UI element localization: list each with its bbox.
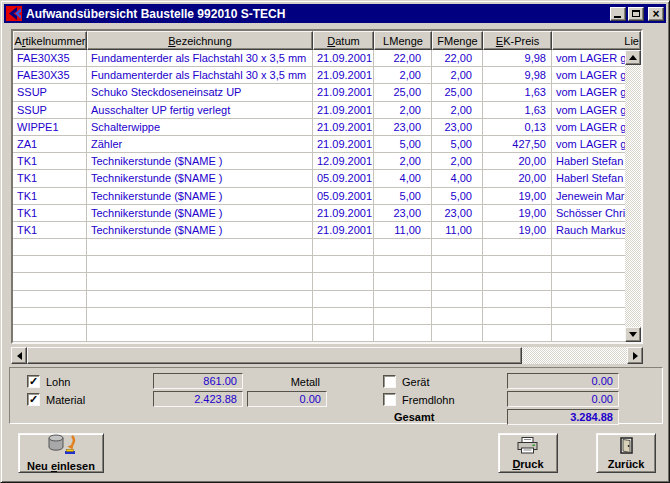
cell-ek_preis: 9,98 — [483, 67, 552, 84]
cell-lmenge: 23,00 — [374, 205, 432, 222]
scroll-right-button[interactable] — [627, 347, 643, 364]
totals-panel: ✓ Lohn 861.00 Metall ✓ Material 2.423.88… — [9, 367, 663, 424]
column-header-bezeichnung[interactable]: Bezeichnung — [87, 31, 313, 50]
cell-datum: 21.09.2001 — [313, 50, 374, 67]
close-icon: × — [652, 9, 659, 19]
druck-button[interactable]: Druck — [498, 433, 558, 473]
cell-ek_preis — [483, 273, 552, 290]
material-value-field: 2.423.88 — [153, 391, 243, 407]
table-row[interactable]: TK1Technikerstunde ($NAME )05.09.20014,0… — [13, 170, 625, 187]
cell-lieferant — [552, 239, 625, 256]
cell-bezeichnung: Technikerstunde ($NAME ) — [87, 170, 313, 187]
cell-lieferant: vom LAGER gelie — [552, 50, 625, 67]
window-title: Aufwandsübersicht Baustelle 992010 S-TEC… — [26, 7, 608, 21]
scroll-down-button[interactable] — [625, 327, 641, 342]
cell-ek_preis: 1,63 — [483, 102, 552, 119]
table-row[interactable]: TK1Technikerstunde ($NAME )21.09.200111,… — [13, 222, 625, 239]
horizontal-scrollbar-thumb[interactable] — [27, 347, 522, 364]
column-header-fmenge[interactable]: FMenge — [432, 31, 483, 50]
column-header-lieferant[interactable]: Lie — [552, 31, 641, 50]
fremdlohn-value-field: 0.00 — [507, 391, 619, 407]
cell-lieferant — [552, 256, 625, 273]
gesamt-label: Gesamt — [394, 411, 434, 423]
cell-artikelnummer: TK1 — [13, 188, 87, 205]
cell-fmenge — [432, 291, 483, 308]
cell-artikelnummer — [13, 256, 87, 273]
cell-lmenge: 5,00 — [374, 136, 432, 153]
cell-ek_preis — [483, 308, 552, 325]
cell-artikelnummer — [13, 291, 87, 308]
table-row[interactable]: FAE30X35Fundamenterder als Flachstahl 30… — [13, 50, 625, 67]
cell-artikelnummer: ZA1 — [13, 136, 87, 153]
zurueck-button[interactable]: Zurück — [596, 433, 656, 473]
minimize-icon — [614, 16, 621, 18]
geraet-checkbox[interactable] — [383, 375, 396, 388]
cell-ek_preis — [483, 325, 552, 342]
table-row[interactable]: WIPPE1Schalterwippe21.09.200123,0023,000… — [13, 119, 625, 136]
column-header-datum[interactable]: Datum — [313, 31, 374, 50]
cell-ek_preis: 19,00 — [483, 188, 552, 205]
fremdlohn-label: Fremdlohn — [402, 394, 455, 406]
titlebar[interactable]: Aufwandsübersicht Baustelle 992010 S-TEC… — [4, 4, 666, 23]
database-import-icon — [46, 434, 76, 458]
arrow-up-icon — [629, 55, 637, 60]
cell-bezeichnung: Technikerstunde ($NAME ) — [87, 153, 313, 170]
column-header-artikelnummer[interactable]: Artikelnummer — [13, 31, 87, 50]
arrow-right-icon — [633, 352, 638, 360]
table-row[interactable]: SSUPSchuko Steckdoseneinsatz UP21.09.200… — [13, 84, 625, 101]
cell-lieferant — [552, 325, 625, 342]
vertical-scrollbar-track[interactable] — [625, 65, 641, 327]
app-logo-icon — [6, 6, 22, 21]
cell-fmenge: 25,00 — [432, 84, 483, 101]
table-row[interactable]: TK1Technikerstunde ($NAME )05.09.20015,0… — [13, 188, 625, 205]
cell-datum — [313, 291, 374, 308]
cell-artikelnummer: SSUP — [13, 102, 87, 119]
cell-fmenge — [432, 239, 483, 256]
cell-fmenge — [432, 325, 483, 342]
cell-fmenge — [432, 273, 483, 290]
table-row[interactable]: TK1Technikerstunde ($NAME )21.09.200123,… — [13, 205, 625, 222]
printer-icon — [517, 437, 539, 456]
column-header-ek-preis[interactable]: EK-Preis — [483, 31, 552, 50]
cell-bezeichnung: Schuko Steckdoseneinsatz UP — [87, 84, 313, 101]
cell-datum — [313, 239, 374, 256]
neu-einlesen-button[interactable]: Neu einlesen — [18, 433, 104, 473]
cell-bezeichnung — [87, 273, 313, 290]
cell-fmenge: 2,00 — [432, 102, 483, 119]
cell-lmenge: 4,00 — [374, 170, 432, 187]
material-label: Material — [46, 394, 85, 406]
table-row — [13, 256, 625, 273]
horizontal-scrollbar[interactable] — [11, 347, 643, 364]
cell-artikelnummer: TK1 — [13, 170, 87, 187]
column-header-lmenge[interactable]: LMenge — [374, 31, 432, 50]
table-row[interactable]: TK1Technikerstunde ($NAME )12.09.20012,0… — [13, 153, 625, 170]
lohn-value-field: 861.00 — [153, 373, 243, 389]
fremdlohn-checkbox[interactable] — [383, 393, 396, 406]
lohn-checkbox[interactable]: ✓ — [27, 375, 40, 388]
vertical-scrollbar[interactable] — [625, 50, 641, 342]
table-row[interactable]: SSUPAusschalter UP fertig verlegt21.09.2… — [13, 102, 625, 119]
close-button[interactable]: × — [648, 7, 664, 21]
material-checkbox[interactable]: ✓ — [27, 393, 40, 406]
cell-datum: 21.09.2001 — [313, 84, 374, 101]
table-row — [13, 239, 625, 256]
scroll-left-button[interactable] — [11, 347, 27, 364]
cell-datum: 12.09.2001 — [313, 153, 374, 170]
cell-fmenge: 22,00 — [432, 50, 483, 67]
scroll-up-button[interactable] — [625, 50, 641, 65]
minimize-button[interactable] — [610, 7, 626, 21]
table-row[interactable]: FAE30X35Fundamenterder als Flachstahl 30… — [13, 67, 625, 84]
cell-fmenge: 4,00 — [432, 170, 483, 187]
cell-lieferant: vom LAGER gelie — [552, 119, 625, 136]
table-header: Artikelnummer Bezeichnung Datum LMenge F… — [13, 31, 641, 50]
cell-fmenge: 11,00 — [432, 222, 483, 239]
cell-lmenge — [374, 325, 432, 342]
cell-lmenge — [374, 273, 432, 290]
cell-lieferant — [552, 308, 625, 325]
door-icon — [620, 437, 633, 456]
cell-fmenge — [432, 308, 483, 325]
maximize-button[interactable] — [628, 7, 644, 21]
cell-artikelnummer — [13, 273, 87, 290]
table-row[interactable]: ZA1Zähler21.09.20015,005,00427,50vom LAG… — [13, 136, 625, 153]
cell-bezeichnung — [87, 239, 313, 256]
